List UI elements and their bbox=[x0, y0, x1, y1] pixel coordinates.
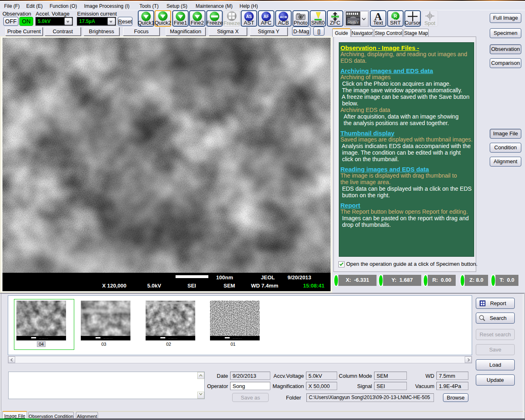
svg-text:.... ..... .. ..: .... ..... .. .. bbox=[168, 337, 177, 339]
svg-text:ACB: ACB bbox=[280, 15, 287, 19]
svg-text:.... ..... .. ..: .... ..... .. .. bbox=[103, 337, 112, 339]
svg-text:.... ..... .. ..: .... ..... .. .. bbox=[39, 337, 48, 339]
svg-text:Ruler: Ruler bbox=[347, 20, 359, 25]
svg-text:R: R bbox=[394, 14, 397, 18]
svg-text:AF: AF bbox=[263, 14, 269, 19]
svg-text:AS: AS bbox=[246, 14, 252, 19]
svg-text:.... ..... .. ..: .... ..... .. .. bbox=[233, 337, 242, 339]
